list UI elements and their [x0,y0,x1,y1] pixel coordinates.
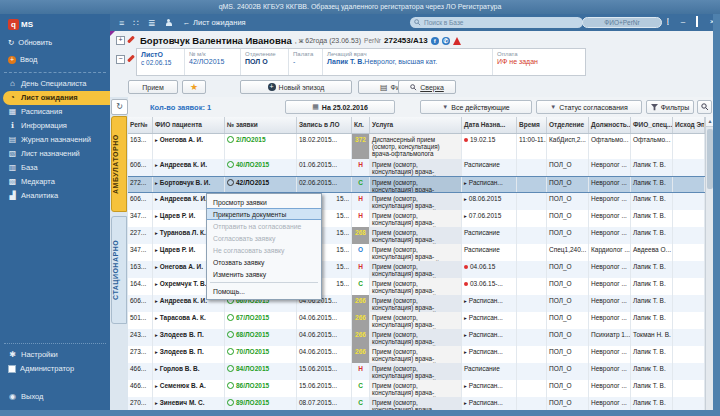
edit-episode-icon[interactable] [127,55,135,63]
column-header[interactable]: Должность... [589,117,631,133]
table-row[interactable]: 466...▸Горлов В. В.84/ЛО201515.06.2015..… [128,363,705,380]
cell-time [517,312,547,329]
table-row[interactable]: 466...▸Семенюк В. А.86/ЛО201515.06.2015.… [128,380,705,397]
list-view-icon[interactable]: ≣ [148,18,156,28]
sidebar-item-clock[interactable]: ◔Лист ожидания [3,91,110,105]
row-arrow-icon: ▸ [155,230,158,236]
date-button[interactable]: ▦ На 25.02.2016 [285,100,395,114]
refresh-list-button[interactable]: ↻ [111,99,128,115]
favorite-button[interactable]: ★ [182,80,206,94]
episode-sheet[interactable]: ЛистО с 02.06.15 [137,49,185,75]
priem-button[interactable]: Прием [128,80,178,94]
cell-specialist: Авдеева О... [631,244,673,261]
sidebar-item-exit[interactable]: ◉ Выход [0,390,110,404]
column-header[interactable]: Кл. [352,117,370,133]
tab-ambulatory[interactable]: АМБУЛАТОРНО [111,116,127,212]
status-badge: С [352,397,370,410]
table-row[interactable]: 270...▸Зиневич М. С.89/ЛО201508.07.2015.… [128,397,705,410]
window-border-right [713,14,720,416]
table-row[interactable]: 272...▸Бортовчук В. И.42/ЛО201502.06.201… [128,176,705,193]
context-menu-item[interactable]: Помощь... [207,285,321,297]
cell-record-date: 04.06.2015... [297,346,352,363]
table-row[interactable]: 273...▸Злодеев В. П.70/ЛО201504.06.2015.… [128,346,705,363]
finances-icon: ▤ [380,83,388,92]
cell-episode-outcome [673,134,705,159]
menu-icon[interactable]: ≡ [119,18,124,28]
sidebar-input-button[interactable]: + Ввод [8,55,110,64]
patient-phone-icon[interactable]: ✆ [442,37,450,45]
patient-info-icon[interactable]: f [431,37,439,45]
sidebar-item-home[interactable]: ⌂День Специалиста [0,77,110,91]
sidebar-item-label: База [21,164,38,172]
cell-episode-outcome [673,244,705,261]
status-badge: 266 [352,312,370,329]
sverka-button[interactable]: Сверка [398,80,456,94]
back-button[interactable]: ← Лист ожидания [183,18,246,27]
context-menu-item[interactable]: Просмотр заявки [207,196,321,208]
minimize-button[interactable]: – [677,17,689,26]
vertical-scrollbar[interactable]: ▲ [705,117,714,410]
request-count: Кол-во заявок: 1 [150,103,211,112]
context-menu-item[interactable]: Отозвать заявку [207,256,321,268]
filters-button[interactable]: Фильтры [646,100,694,114]
sidebar-item-label: Лист назначений [21,150,80,158]
row-arrow-icon: ▸ [155,247,158,253]
expand-row-icon[interactable]: − [116,55,125,64]
edit-patient-icon[interactable] [127,36,135,44]
sidebar-item-medcard[interactable]: ▩Медкарта [0,175,110,189]
sidebar-item-info[interactable]: ℹИнформация [0,119,110,133]
column-header[interactable]: № заявки [225,117,297,133]
column-header[interactable]: Исход Эп... [673,117,705,133]
chevron-down-icon: ▼ [442,104,448,110]
column-header[interactable]: ФИО пациента [153,117,225,133]
search-input[interactable]: Поиск в Базе [410,17,583,28]
cell-department: ПОЛ_О [547,261,589,278]
close-button[interactable]: × [706,17,718,26]
sidebar-refresh-button[interactable]: ↻ Обновить [8,38,110,47]
cell-time [517,363,547,380]
sidebar-item-settings[interactable]: ✱ Настройки [0,348,110,362]
column-header[interactable]: Дата Назна... [462,117,517,133]
grid-view-icon[interactable]: ∷ [133,18,139,28]
about-button[interactable]: i [662,17,674,26]
filter-active-dropdown[interactable]: ▼ Все действующие [420,100,532,114]
sidebar-item-database[interactable]: ▥База [0,161,110,175]
sidebar-item-prescription-list[interactable]: ▧Лист назначений [0,147,110,161]
maximize-button[interactable] [691,17,703,26]
sidebar-item-journal[interactable]: ▤Журнал назначений [0,133,110,147]
table-search-button[interactable] [697,100,712,114]
user-icon[interactable] [165,19,173,27]
refresh-icon: ↻ [8,38,14,47]
collapse-row-icon[interactable]: + [116,36,125,45]
sidebar-item-calendar[interactable]: ▦Расписания [0,105,110,119]
info-icon: ℹ [8,122,17,130]
tab-stationary[interactable]: СТАЦИОНАРНО [111,216,127,324]
column-header[interactable]: ФИО_спец... [631,117,673,133]
column-header[interactable]: Услуга [370,117,462,133]
context-menu-item[interactable]: Изменить заявку [207,268,321,280]
cell-fio: ▸Злодеев В. П. [153,346,225,363]
column-header[interactable]: Рег№ [128,117,153,133]
table-row[interactable]: 163...▸Онегова А. И.2/ЛО201518.02.2015..… [128,134,705,159]
table-row[interactable]: 243...▸Злодеев В. П.68/ЛО201504.06.2015.… [128,329,705,346]
sidebar-item-analytics[interactable]: ▟Аналитика [0,189,110,203]
scroll-up-icon[interactable]: ▲ [706,117,714,127]
column-header[interactable]: Отделение [547,117,589,133]
column-header[interactable]: Время [517,117,547,133]
administrator-checkbox[interactable] [8,365,16,373]
context-menu-item[interactable]: Прикрепить документы [207,208,321,220]
new-episode-button[interactable]: + Новый эпизод [240,80,352,94]
table-row[interactable]: 606...▸Андреева К. И.40/ЛО201501.06.2015… [128,159,705,176]
medcard-icon: ▩ [8,178,17,186]
scrollbar-thumb[interactable] [707,129,713,189]
cell-specialist: Лапик Т. В. [631,295,673,312]
allergy-warning-icon[interactable] [453,37,461,45]
table-row[interactable]: 501...▸Тарасова А. К.67/ЛО201504.06.2015… [128,312,705,329]
fio-pernr-button[interactable]: ФИО+PerNr [582,17,662,28]
sidebar-item-administrator[interactable]: Администратор [0,362,110,376]
filter-status-dropdown[interactable]: ▼ Статус согласования [536,100,642,114]
cell-position: Невролог ... [589,210,631,227]
power-icon: ◉ [8,393,17,401]
column-header[interactable]: Запись в ЛО [297,117,352,133]
sidebar-bottom: ✱ Настройки Администратор ◉ Выход [0,335,110,410]
